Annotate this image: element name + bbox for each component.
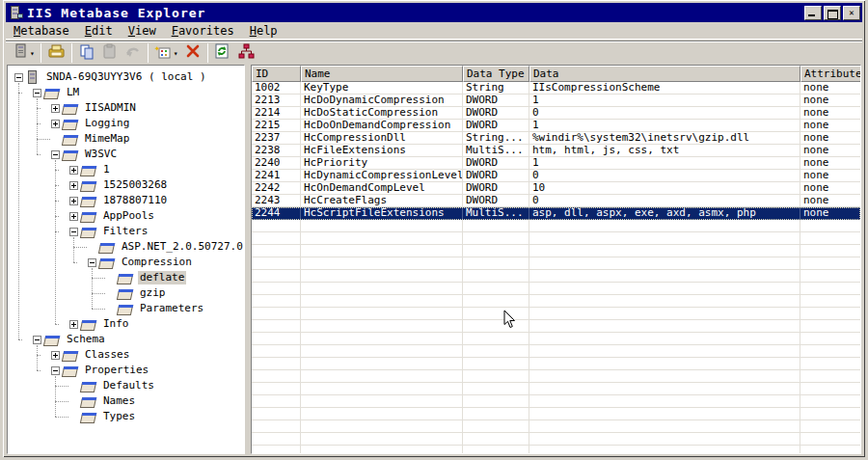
tree-node-label[interactable]: AppPools [101,209,156,223]
connect-server-button[interactable]: ▾ [10,42,37,64]
tree-node-gzip[interactable]: gzip [106,285,168,301]
tree-node-label[interactable]: W3SVC [83,148,119,161]
delete-button[interactable] [182,42,203,64]
table-row-2242[interactable]: 2242HcOnDemandCompLevelDWORD10none [252,182,860,195]
collapse-icon[interactable] [69,228,78,236]
tree-node-defaults[interactable]: Defaults [69,378,156,393]
tree-node-1[interactable]: 1 [69,162,112,177]
expand-icon[interactable] [69,320,78,329]
tree-node-w3svc[interactable]: W3SVC [51,147,119,162]
refresh-button[interactable] [212,42,233,64]
tree-node-label[interactable]: IISADMIN [83,101,138,115]
save-button[interactable] [45,42,68,64]
table-row-empty [252,358,860,370]
expand-icon[interactable] [69,181,78,190]
tree-node-parameters[interactable]: Parameters [106,301,205,316]
tree-node-types[interactable]: Types [69,409,137,424]
column-header-id[interactable]: ID [252,66,301,82]
minimize-button[interactable] [804,6,822,20]
tree-node-label[interactable]: deflate [138,271,186,284]
table-row-2237[interactable]: 2237HcCompressionDllString...%windir%\sy… [252,132,860,145]
column-header-data[interactable]: Data [529,66,800,82]
tree-node-label[interactable]: Logging [83,117,131,130]
tree-node-label[interactable]: SNDA-69Q3UYY3V6 ( local ) [44,70,208,84]
table-row-2238[interactable]: 2238HcFileExtensionsMultiS...htm, html, … [252,145,860,157]
tree-node-1878807110[interactable]: 1878807110 [69,193,169,208]
tree-node-label[interactable]: LM [65,86,81,99]
collapse-icon[interactable] [33,336,41,344]
title-bar[interactable]: IIS Metabase Explorer [6,3,862,22]
tree-node-label[interactable]: 1525003268 [101,178,169,192]
cell-attributes [800,446,861,454]
menu-item-metabase[interactable]: Metabase [6,23,77,39]
expand-icon[interactable] [51,120,60,128]
tree-node-mimemap[interactable]: MimeMap [51,131,131,147]
metabase-tree[interactable]: SNDA-69Q3UYY3V6 ( local )LMIISADMINLoggi… [7,65,245,454]
collapse-icon[interactable] [51,150,60,159]
hierarchy-button[interactable] [235,42,257,64]
tree-node-label[interactable]: Properties [83,364,150,377]
maximize-button[interactable] [824,6,841,20]
tree-node-label[interactable]: Parameters [138,302,205,315]
expand-icon[interactable] [51,351,60,360]
tree-node-label[interactable]: Compression [120,256,194,269]
tree-node-label[interactable]: Schema [65,333,107,346]
tree-node-label[interactable]: Classes [83,348,131,362]
table-row-1002[interactable]: 1002KeyTypeStringIIsCompressionSchemenon… [252,82,860,95]
tree-node-schema[interactable]: Schema [33,332,107,347]
table-row-2240[interactable]: 2240HcPriorityDWORD1none [252,157,860,170]
tree-node-snda-69q3uyy3v6-local-[interactable]: SNDA-69Q3UYY3V6 ( local ) [14,69,208,85]
tree-node-lm[interactable]: LM [33,85,81,100]
collapse-icon[interactable] [33,89,41,97]
column-header-attributes[interactable]: Attributes [800,66,861,82]
tree-node-apppools[interactable]: AppPools [69,208,156,224]
table-row-2244[interactable]: 2244HcScriptFileExtensionsMultiS...asp, … [252,207,860,220]
column-header-name[interactable]: Name [301,66,463,82]
tree-node-label[interactable]: Types [101,410,137,423]
expand-icon[interactable] [69,212,78,221]
tree-node-logging[interactable]: Logging [51,116,131,131]
expand-icon[interactable] [69,166,78,175]
menu-item-view[interactable]: View [121,23,164,39]
collapse-icon[interactable] [14,73,23,82]
tree-node-1525003268[interactable]: 1525003268 [69,177,169,193]
expand-icon[interactable] [51,104,60,113]
table-row-2215[interactable]: 2215HcDoOnDemandCompressionDWORD1none [252,120,860,132]
tree-node-filters[interactable]: Filters [69,224,149,239]
tree-node-label[interactable]: ASP.NET_2.0.50727.0 [120,240,245,254]
tree-node-label[interactable]: 1 [101,163,112,176]
copy-button[interactable] [76,42,97,64]
tree-node-deflate[interactable]: deflate [106,270,186,285]
menu-item-edit[interactable]: Edit [77,23,121,39]
new-key-button[interactable]: ✦▾ [152,42,180,64]
tree-node-label[interactable]: MimeMap [83,132,131,146]
menu-item-help[interactable]: Help [242,23,285,39]
column-header-data-type[interactable]: Data Type [463,66,529,82]
tree-node-label[interactable]: Filters [101,225,149,238]
tree-node-iisadmin[interactable]: IISADMIN [51,100,138,116]
tree-node-info[interactable]: Info [69,316,131,332]
collapse-icon[interactable] [51,366,60,375]
dropdown-arrow-icon[interactable]: ▾ [174,49,178,58]
tree-node-compression[interactable]: Compression [88,255,194,270]
tree-node-asp-net-2-0-50727-0[interactable]: ASP.NET_2.0.50727.0 [88,239,245,255]
tree-node-properties[interactable]: Properties [51,363,150,378]
collapse-icon[interactable] [88,258,96,267]
tree-node-label[interactable]: Info [101,317,131,331]
table-row-2214[interactable]: 2214HcDoStaticCompressionDWORD0none [252,107,860,120]
expand-icon[interactable] [69,197,78,205]
table-row-2243[interactable]: 2243HcCreateFlagsDWORD0none [252,195,860,207]
table-row-2241[interactable]: 2241HcDynamicCompressionLevelDWORD0none [252,170,860,182]
tree-node-label[interactable]: gzip [138,286,168,300]
tree-node-names[interactable]: Names [69,393,137,409]
cell-data-type [463,320,529,333]
tree-node-label[interactable]: Names [101,394,137,408]
dropdown-arrow-icon[interactable]: ▾ [30,49,35,58]
properties-table[interactable]: IDNameData TypeDataAttributes1002KeyType… [251,65,861,454]
tree-node-label[interactable]: 1878807110 [101,194,169,207]
menu-item-favorites[interactable]: Favorites [164,23,242,39]
tree-node-classes[interactable]: Classes [51,347,131,363]
tree-node-label[interactable]: Defaults [101,379,156,392]
close-button[interactable] [843,6,860,20]
table-row-2213[interactable]: 2213HcDoDynamicCompressionDWORD1none [252,95,860,107]
